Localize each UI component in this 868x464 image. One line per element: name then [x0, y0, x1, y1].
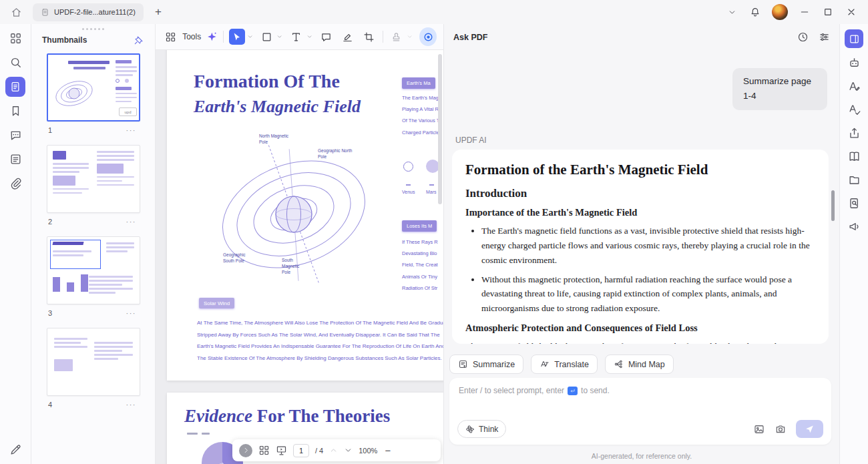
folder-icon[interactable] [848, 174, 861, 186]
venus-circle [403, 162, 413, 172]
doc-chip-earths-magnetic: Earth's Ma [402, 77, 435, 89]
tools-label: Tools [182, 32, 201, 41]
summarize-button[interactable]: Summarize [449, 355, 523, 374]
minimize-icon [799, 7, 810, 17]
crop-tool-button[interactable] [361, 29, 377, 45]
thumbnails-panel-button[interactable] [5, 77, 25, 97]
thumbnail-more-button[interactable]: ··· [126, 401, 137, 409]
new-tab-button[interactable]: + [150, 5, 166, 19]
tools-button[interactable] [162, 29, 178, 45]
ask-pdf-title: Ask PDF [453, 33, 487, 42]
text-tool-button[interactable] [288, 29, 304, 45]
translate-button[interactable]: Translate [531, 355, 598, 374]
pin-icon[interactable] [134, 35, 144, 45]
thumbnail-more-button[interactable]: ··· [126, 218, 137, 226]
chevron-down-icon[interactable] [276, 33, 282, 40]
highlighter-tool-button[interactable] [339, 29, 355, 45]
screenshot-camera-icon[interactable] [775, 423, 787, 435]
mind-map-button[interactable]: Mind Map [605, 355, 674, 374]
label-geographic-north-pole: Geographic North Pole [318, 148, 353, 160]
document-title: Formation Of The Earth's Magnetic Field [194, 71, 361, 117]
document-title-line2: Earth's Magnetic Field [194, 97, 361, 117]
comments-icon[interactable] [9, 129, 22, 142]
summarize-icon [458, 359, 468, 369]
panel-drag-handle[interactable] [31, 24, 155, 31]
panel-toggle-button[interactable] [845, 29, 863, 48]
zoom-out-button[interactable]: − [385, 445, 391, 456]
thumbnail-page-3[interactable]: 3 ··· [47, 236, 140, 322]
thumbnail-preview-4 [47, 328, 140, 396]
ai-response-card: Formation of the Earth's Magnetic Field … [452, 150, 829, 344]
page-number-input[interactable]: 1 [293, 444, 309, 457]
text-edit-icon[interactable] [848, 80, 861, 93]
shape-tool-button[interactable] [258, 29, 274, 45]
pdf-scrollbar[interactable] [438, 54, 442, 204]
maximize-button[interactable] [818, 3, 838, 21]
cursor-icon [231, 31, 242, 43]
thumbnail-page-2[interactable]: 2 ··· [47, 145, 140, 230]
toolbar-divider [223, 31, 224, 43]
user-avatar[interactable] [772, 4, 788, 20]
chevron-down-icon[interactable] [247, 33, 253, 40]
ask-pdf-toggle-button[interactable] [419, 27, 437, 46]
send-button[interactable] [796, 420, 823, 438]
minimize-button[interactable] [795, 3, 815, 21]
stamp-icon [391, 31, 402, 43]
chevron-down-icon[interactable] [407, 33, 413, 40]
spell-check-icon[interactable] [848, 103, 861, 116]
ai-input-area[interactable]: Enter / to select prompt, enter to send.… [449, 378, 831, 445]
grid-view-icon[interactable] [258, 445, 270, 456]
ai-input-placeholder: Enter / to select prompt, enter to send. [449, 378, 831, 395]
reader-book-icon[interactable] [848, 150, 861, 163]
ai-card-scrollbar[interactable] [831, 190, 835, 221]
send-plane-icon [805, 424, 815, 434]
label-south-magnetic-pole: South Magnetic Pole [282, 257, 306, 275]
collapse-pager-button[interactable] [239, 444, 252, 457]
pencil-icon[interactable] [9, 443, 22, 456]
settings-sliders-icon[interactable] [819, 31, 830, 43]
thumbnails-panel-title: Thumbnails [42, 35, 87, 45]
select-tool-button[interactable] [229, 29, 245, 45]
mars-circle [426, 160, 439, 173]
add-image-icon[interactable] [753, 423, 765, 435]
ai-assistant-icon [423, 31, 434, 43]
document-tab[interactable]: UPDF-2-file...ature111(2) [33, 3, 144, 21]
chevron-down-icon[interactable] [306, 33, 312, 40]
attachment-icon[interactable] [9, 177, 22, 190]
ask-pdf-panel: Ask PDF Summarize page 1-4 UPDF AI Forma… [443, 24, 839, 464]
label-north-magnetic-pole: North Magnetic Pole [259, 133, 294, 145]
page2-text-fragment [187, 433, 198, 435]
ai-robot-icon[interactable] [848, 57, 861, 69]
search-icon[interactable] [9, 56, 22, 69]
stamp-annotation: upd [119, 107, 137, 116]
pdf-scroll-area[interactable]: Formation Of The Earth's Magnetic Field [156, 50, 443, 464]
history-icon[interactable] [797, 31, 809, 43]
thumbnail-page-4[interactable]: 4 ··· [47, 328, 140, 413]
stamp-tool-button[interactable] [389, 29, 405, 45]
ai-sparkle-icon[interactable] [206, 31, 218, 43]
notes-icon[interactable] [9, 153, 22, 166]
home-icon[interactable] [11, 7, 22, 18]
zoom-level[interactable]: 100% [359, 447, 377, 455]
thumbnail-more-button[interactable]: ··· [126, 309, 137, 317]
presentation-icon[interactable] [276, 445, 287, 456]
comment-tool-button[interactable] [318, 29, 334, 45]
megaphone-icon[interactable] [848, 220, 861, 233]
bookmark-icon[interactable] [9, 105, 22, 118]
thumbnail-more-button[interactable]: ··· [126, 126, 137, 134]
previous-page-button[interactable] [329, 446, 338, 455]
rectangle-icon [261, 31, 272, 43]
thumbnail-page-1[interactable]: upd 1 ··· [47, 53, 140, 139]
doc-chip-loses-its-magnetism: Loses Its M [402, 220, 437, 232]
export-icon[interactable] [848, 127, 861, 140]
apps-grid-icon[interactable] [9, 32, 22, 45]
titlebar-dropdown-button[interactable] [722, 3, 742, 21]
page2-text-fragment [202, 433, 210, 435]
document-paragraph: At The Same Time, The Atmosphere Will Al… [197, 317, 443, 364]
next-page-button[interactable] [344, 446, 353, 455]
close-button[interactable] [841, 3, 861, 21]
ai-response-subheading-importance: Importance of the Earth's Magnetic Field [465, 207, 815, 218]
document-search-icon[interactable] [848, 197, 861, 210]
notifications-button[interactable] [745, 3, 765, 21]
think-toggle-button[interactable]: Think [457, 420, 506, 438]
